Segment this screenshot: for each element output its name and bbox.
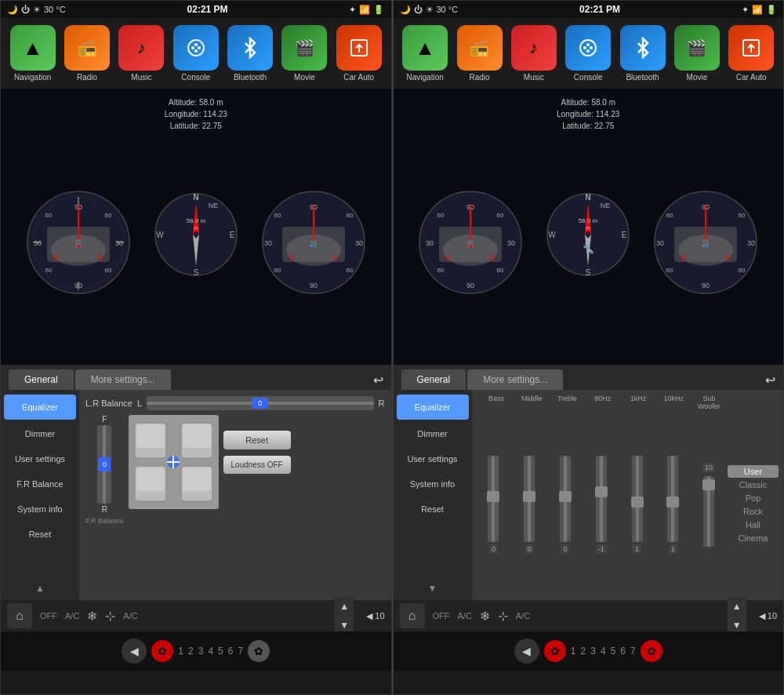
right-eq-band-bass: Bass	[480, 395, 514, 410]
right-sidebar-dimmer[interactable]: Dimmer	[394, 421, 472, 446]
left-nav-movie-label: Movie	[294, 73, 315, 82]
right-eq-presets: User Classic Pop Rock Hall Cinema	[728, 465, 779, 544]
svg-point-3	[194, 43, 198, 46]
left-lr-slider[interactable]: 0	[147, 396, 373, 410]
svg-text:W: W	[156, 231, 164, 239]
left-bluetooth-icon	[227, 25, 273, 71]
right-eq-val-80hz: -1	[596, 544, 607, 554]
right-nav-console[interactable]: Console	[565, 25, 611, 82]
left-reset-button[interactable]: Reset	[223, 431, 291, 449]
right-preset-pop[interactable]: Pop	[728, 492, 779, 504]
left-nav-bar: ▲ Navigation 📻 Radio ♪ Music Console Blu…	[1, 18, 391, 89]
right-fan-num-4: 4	[601, 646, 606, 657]
left-sidebar-frbalance[interactable]: F.R Balance	[1, 471, 79, 497]
svg-text:60: 60	[346, 267, 353, 274]
left-arrow-up[interactable]: ▲	[335, 597, 354, 616]
left-home-button[interactable]: ⌂	[7, 603, 32, 628]
right-ac-right-label: A/C	[516, 611, 530, 620]
left-fan-icon-right: ✿	[248, 640, 270, 662]
left-sidebar-systeminfo[interactable]: System info	[1, 497, 79, 522]
right-eq-slider-bass[interactable]	[488, 456, 499, 542]
left-nav-bluetooth[interactable]: Bluetooth	[227, 25, 273, 82]
right-sidebar-reset[interactable]: Reset	[394, 497, 472, 522]
svg-point-1	[191, 46, 194, 49]
left-navigation-icon: ▲	[10, 25, 56, 71]
right-sidebar-systeminfo[interactable]: System info	[394, 471, 472, 497]
right-nav-navigation-label: Navigation	[407, 73, 444, 82]
svg-text:NE: NE	[601, 202, 611, 209]
right-tab-more[interactable]: More settings...	[467, 369, 563, 390]
left-sidebar-equalizer[interactable]: Equalizer	[4, 395, 76, 420]
right-preset-cinema[interactable]: Cinema	[728, 532, 779, 544]
right-nav-music[interactable]: ♪ Music	[511, 25, 557, 82]
left-tab-back[interactable]: ↩	[373, 373, 383, 388]
right-preset-user[interactable]: User	[728, 465, 779, 478]
right-eq-slider-1khz[interactable]	[632, 456, 643, 542]
right-gauge-center: N S W E NE 🔧 58.0 m m	[541, 148, 635, 305]
left-nav-bluetooth-label: Bluetooth	[234, 73, 267, 82]
left-main-settings: L.R Balance L 0 R F 0	[79, 390, 391, 600]
left-nav-music[interactable]: ♪ Music	[118, 25, 164, 82]
left-longitude: Longitude: 114.23	[165, 108, 227, 120]
right-eq-col-subwoofer: 10	[691, 463, 726, 547]
right-preset-classic[interactable]: Classic	[728, 478, 779, 491]
right-sidebar-arrow: ▼	[394, 580, 472, 597]
right-preset-hall[interactable]: Hall	[728, 519, 779, 531]
right-nav-carauto[interactable]: Car Auto	[728, 25, 774, 82]
right-home-button[interactable]: ⌂	[400, 603, 425, 628]
right-eq-slider-10khz[interactable]	[667, 456, 678, 542]
left-tab-more[interactable]: More settings...	[75, 369, 171, 390]
left-music-icon: ♪	[118, 25, 164, 71]
left-nav-radio[interactable]: 📻 Radio	[64, 25, 110, 82]
left-nav-movie[interactable]: 🎬 Movie	[281, 25, 327, 82]
right-eq-headers: Bass Middle Treble 80Hz 1kHz 10kHz Sub W…	[477, 395, 779, 410]
right-latitude: Latitude: 22.75	[557, 120, 619, 132]
left-nav-arrows: ▲ ▼	[335, 597, 354, 635]
battery-icon: 🔋	[373, 5, 384, 15]
left-tab-general[interactable]: General	[9, 369, 74, 390]
svg-text:0: 0	[54, 254, 59, 263]
right-sidebar-equalizer[interactable]: Equalizer	[397, 395, 469, 420]
right-temp: 30 °C	[437, 5, 459, 14]
right-nav-bluetooth[interactable]: Bluetooth	[620, 25, 666, 82]
right-nav-navigation[interactable]: ▲ Navigation	[402, 25, 448, 82]
right-eq-band-1khz: 1kHz	[621, 395, 655, 410]
left-back-button[interactable]: ◀	[122, 639, 147, 664]
right-eq-slider-middle[interactable]	[524, 456, 535, 542]
svg-text:60: 60	[497, 267, 504, 274]
svg-rect-59	[183, 424, 211, 448]
right-tab-general[interactable]: General	[401, 369, 466, 390]
svg-text:NE: NE	[208, 202, 218, 209]
right-eq-val-10khz: 1	[669, 544, 677, 554]
moon-icon: 🌙	[7, 5, 18, 15]
left-fr-slider[interactable]: 0	[97, 425, 111, 504]
right-tab-back[interactable]: ↩	[765, 373, 775, 388]
right-arrow-up[interactable]: ▲	[728, 597, 746, 616]
left-sidebar-dimmer[interactable]: Dimmer	[1, 421, 79, 446]
right-fan-numbers: 1 2 3 4 5 6 7	[571, 646, 636, 657]
right-preset-rock[interactable]: Rock	[728, 505, 779, 518]
right-longitude: Longitude: 114.23	[557, 108, 619, 120]
left-fan-num-2: 2	[188, 646, 194, 657]
right-eq-band-subwoofer: Sub Woofer	[692, 395, 726, 410]
left-nav-carauto[interactable]: Car Auto	[336, 25, 382, 82]
left-loudness-button[interactable]: Loudness OFF	[223, 456, 291, 474]
right-nav-movie[interactable]: 🎬 Movie	[674, 25, 720, 82]
right-eq-slider-80hz[interactable]	[596, 456, 607, 542]
svg-point-25	[75, 239, 82, 246]
left-sidebar-reset[interactable]: Reset	[1, 522, 79, 547]
left-nav-navigation[interactable]: ▲ Navigation	[10, 25, 56, 82]
svg-text:60: 60	[666, 212, 673, 219]
left-sidebar-usersettings[interactable]: User settings	[1, 446, 79, 471]
right-eq-col-treble: 0	[548, 456, 583, 554]
right-eq-slider-subwoofer[interactable]	[703, 476, 714, 547]
left-lr-left: L	[137, 398, 142, 408]
right-eq-slider-treble[interactable]	[560, 456, 571, 542]
right-nav-radio[interactable]: 📻 Radio	[457, 25, 503, 82]
svg-text:0: 0	[333, 254, 338, 263]
left-nav-console[interactable]: Console	[173, 25, 219, 82]
right-sidebar-usersettings[interactable]: User settings	[394, 446, 472, 471]
left-bottom-controls: ⌂ OFF A/C ❄ ⊹ A/C ▲ ▼ ◀ 10	[1, 600, 391, 631]
svg-text:60: 60	[274, 212, 281, 219]
right-back-button[interactable]: ◀	[514, 639, 539, 664]
